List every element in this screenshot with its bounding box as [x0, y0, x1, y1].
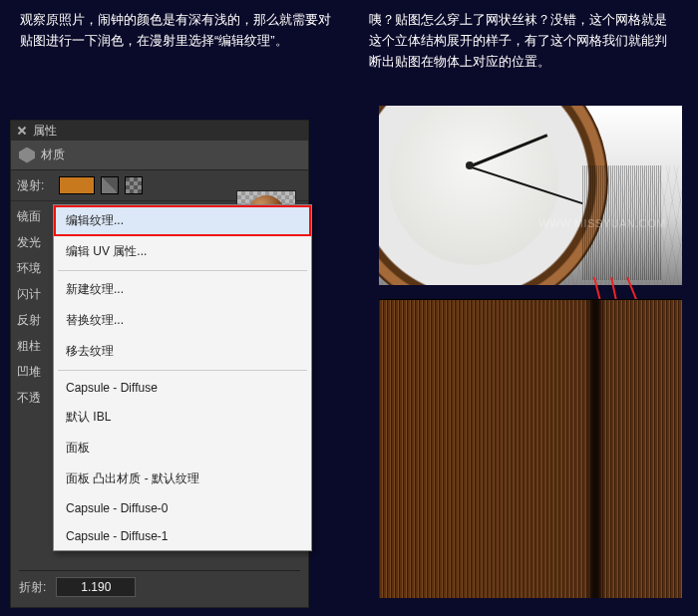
menu-panel[interactable]: 面板 — [54, 433, 311, 463]
checker-icon[interactable] — [125, 176, 143, 194]
material-section-header[interactable]: 材质 — [11, 141, 308, 170]
diffuse-label: 漫射: — [17, 177, 53, 194]
uv-texture-view — [379, 299, 682, 598]
panel-titlebar: 属性 — [11, 121, 308, 141]
texture-icon[interactable] — [101, 176, 119, 194]
menu-capsule-diffuse-0[interactable]: Capsule - Diffuse-0 — [54, 494, 311, 522]
menu-panel-default-texture[interactable]: 面板 凸出材质 - 默认纹理 — [54, 463, 311, 494]
close-icon[interactable] — [17, 126, 27, 136]
texture-context-menu: 编辑纹理... 编辑 UV 属性... 新建纹理... 替换纹理... 移去纹理… — [53, 204, 312, 551]
watermark-text: WWW.MISSYUAN.COM — [538, 217, 666, 229]
menu-capsule-diffuse-1[interactable]: Capsule - Diffuse-1 — [54, 522, 311, 550]
panel-title: 属性 — [33, 123, 57, 140]
diffuse-color-chip[interactable] — [59, 176, 95, 194]
texture-seam — [585, 300, 605, 598]
description-left: 观察原照片，闹钟的颜色是有深有浅的，那么就需要对贴图进行一下润色，在漫射里选择“… — [20, 10, 339, 52]
menu-capsule-diffuse[interactable]: Capsule - Diffuse — [54, 374, 311, 402]
menu-default-ibl[interactable]: 默认 IBL — [54, 402, 311, 433]
refraction-row: 折射: 1.190 — [19, 570, 300, 597]
properties-panel: 属性 材质 漫射: 镜面 发光 环境 闪计 反射 粗柱 凹堆 不透 编辑纹理..… — [10, 120, 309, 608]
material-label: 材质 — [41, 147, 65, 163]
menu-edit-uv[interactable]: 编辑 UV 属性... — [54, 236, 311, 267]
menu-separator — [58, 270, 307, 271]
clock-center-icon — [466, 161, 474, 169]
menu-replace-texture[interactable]: 替换纹理... — [54, 305, 311, 336]
menu-new-texture[interactable]: 新建纹理... — [54, 274, 311, 305]
clock-hour-hand — [468, 134, 547, 168]
menu-separator — [58, 370, 307, 371]
refraction-label: 折射: — [19, 579, 46, 596]
menu-edit-texture[interactable]: 编辑纹理... — [54, 205, 311, 236]
description-right: 咦？贴图怎么穿上了网状丝袜？没错，这个网格就是这个立体结构展开的样子，有了这个网… — [369, 10, 678, 72]
clock-render: WWW.MISSYUAN.COM — [379, 106, 682, 285]
material-icon — [19, 148, 35, 163]
refraction-input[interactable]: 1.190 — [56, 577, 136, 597]
menu-remove-texture[interactable]: 移去纹理 — [54, 336, 311, 367]
